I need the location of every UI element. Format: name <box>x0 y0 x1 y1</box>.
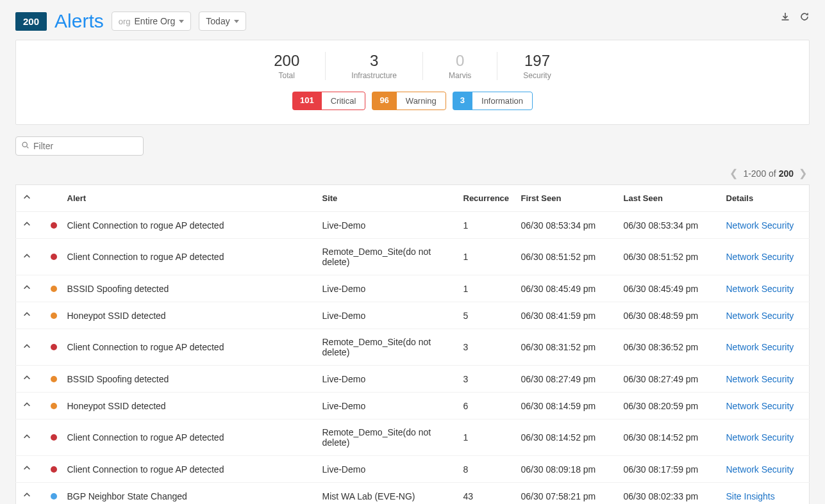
chevron-down-icon <box>179 20 184 23</box>
expand-row-icon[interactable] <box>22 283 31 292</box>
alerts-table: Alert Site Recurrence First Seen Last Se… <box>15 184 810 504</box>
severity-dot-icon <box>51 434 57 441</box>
download-icon[interactable] <box>780 12 790 24</box>
expand-row-icon[interactable] <box>22 310 31 319</box>
cell-site: Live-Demo <box>316 302 457 329</box>
cell-first-seen: 06/30 07:58:21 pm <box>515 483 617 505</box>
cell-alert: Honeypot SSID detected <box>61 393 316 419</box>
table-row: Client Connection to rogue AP detectedRe… <box>16 329 810 366</box>
expand-row-icon[interactable] <box>22 220 31 229</box>
cell-last-seen: 06/30 08:14:52 pm <box>617 419 720 456</box>
details-link[interactable]: Network Security <box>726 374 794 384</box>
pager-range-text: 1-200 of <box>743 168 778 179</box>
cell-site: Mist WA Lab (EVE-NG) <box>316 483 457 505</box>
cell-first-seen: 06/30 08:14:52 pm <box>515 419 617 456</box>
cell-first-seen: 06/30 08:51:52 pm <box>515 239 617 275</box>
cell-recurrence: 1 <box>457 275 515 302</box>
pager-total: 200 <box>779 168 794 179</box>
cell-recurrence: 1 <box>457 239 515 275</box>
stat-infrastructure-value: 3 <box>351 52 397 70</box>
stat-security[interactable]: 197 Security <box>497 52 576 80</box>
cell-last-seen: 06/30 08:20:59 pm <box>617 393 720 419</box>
details-link[interactable]: Network Security <box>726 252 794 262</box>
details-link[interactable]: Site Insights <box>726 491 775 501</box>
cell-first-seen: 06/30 08:31:52 pm <box>515 329 617 366</box>
col-details[interactable]: Details <box>720 185 810 212</box>
col-alert[interactable]: Alert <box>61 185 316 212</box>
filter-box[interactable] <box>15 136 144 156</box>
expand-row-icon[interactable] <box>22 491 31 500</box>
col-site[interactable]: Site <box>316 185 457 212</box>
cell-first-seen: 06/30 08:14:59 pm <box>515 393 617 419</box>
table-row: BGP Neighbor State ChangedMist WA Lab (E… <box>16 483 810 505</box>
cell-last-seen: 06/30 08:53:34 pm <box>617 212 720 239</box>
pager-range: 1-200 of 200 <box>743 168 794 179</box>
refresh-icon[interactable] <box>799 12 810 24</box>
expand-all-header[interactable] <box>16 185 44 212</box>
severity-warning-pill[interactable]: 96 Warning <box>372 92 446 110</box>
cell-last-seen: 06/30 08:45:49 pm <box>617 275 720 302</box>
total-count-badge: 200 <box>15 12 47 31</box>
cell-recurrence: 1 <box>457 419 515 456</box>
cell-recurrence: 5 <box>457 302 515 329</box>
expand-row-icon[interactable] <box>22 400 31 409</box>
stat-infrastructure[interactable]: 3 Infrastructure <box>326 52 423 80</box>
expand-row-icon[interactable] <box>22 373 31 382</box>
expand-row-icon[interactable] <box>22 464 31 473</box>
pager-next-icon[interactable]: ❯ <box>799 167 807 179</box>
search-icon <box>21 141 29 151</box>
table-row: BSSID Spoofing detectedLive-Demo306/30 0… <box>16 366 810 393</box>
details-link[interactable]: Network Security <box>726 432 794 443</box>
stat-total[interactable]: 200 Total <box>248 52 326 80</box>
details-link[interactable]: Network Security <box>726 464 794 475</box>
col-last-seen[interactable]: Last Seen <box>617 185 720 212</box>
org-selector-label: org <box>119 17 131 26</box>
cell-alert: BSSID Spoofing detected <box>61 366 316 393</box>
col-first-seen[interactable]: First Seen <box>515 185 617 212</box>
expand-row-icon[interactable] <box>22 252 31 261</box>
stat-security-label: Security <box>523 71 551 80</box>
table-row: Honeypot SSID detectedLive-Demo606/30 08… <box>16 393 810 419</box>
expand-row-icon[interactable] <box>22 432 31 441</box>
filter-input[interactable] <box>33 141 138 151</box>
cell-alert: Client Connection to rogue AP detected <box>61 419 316 456</box>
severity-info-label: Information <box>472 92 533 110</box>
table-row: Client Connection to rogue AP detectedRe… <box>16 419 810 456</box>
cell-recurrence: 1 <box>457 212 515 239</box>
chevron-up-icon <box>22 193 31 202</box>
details-link[interactable]: Network Security <box>726 342 794 352</box>
expand-row-icon[interactable] <box>22 342 31 351</box>
severity-info-count: 3 <box>453 92 472 110</box>
cell-first-seen: 06/30 08:45:49 pm <box>515 275 617 302</box>
cell-site: Live-Demo <box>316 456 457 483</box>
severity-critical-pill[interactable]: 101 Critical <box>292 92 365 110</box>
org-selector[interactable]: org Entire Org <box>112 12 192 31</box>
details-link[interactable]: Network Security <box>726 284 794 294</box>
cell-first-seen: 06/30 08:09:18 pm <box>515 456 617 483</box>
table-row: Client Connection to rogue AP detectedRe… <box>16 239 810 275</box>
table-row: BSSID Spoofing detectedLive-Demo106/30 0… <box>16 275 810 302</box>
chevron-down-icon <box>234 20 239 23</box>
cell-first-seen: 06/30 08:53:34 pm <box>515 212 617 239</box>
cell-last-seen: 06/30 08:27:49 pm <box>617 366 720 393</box>
cell-alert: Client Connection to rogue AP detected <box>61 456 316 483</box>
details-link[interactable]: Network Security <box>726 220 794 231</box>
cell-last-seen: 06/30 08:51:52 pm <box>617 239 720 275</box>
time-selector[interactable]: Today <box>199 12 246 31</box>
cell-alert: Client Connection to rogue AP detected <box>61 212 316 239</box>
cell-alert: BGP Neighbor State Changed <box>61 483 316 505</box>
cell-last-seen: 06/30 08:17:59 pm <box>617 456 720 483</box>
pager-prev-icon[interactable]: ❮ <box>729 167 738 179</box>
cell-first-seen: 06/30 08:41:59 pm <box>515 302 617 329</box>
details-link[interactable]: Network Security <box>726 401 794 411</box>
cell-site: Live-Demo <box>316 275 457 302</box>
cell-alert: Client Connection to rogue AP detected <box>61 239 316 275</box>
col-recurrence[interactable]: Recurrence <box>457 185 515 212</box>
details-link[interactable]: Network Security <box>726 311 794 321</box>
table-row: Honeypot SSID detectedLive-Demo506/30 08… <box>16 302 810 329</box>
cell-recurrence: 6 <box>457 393 515 419</box>
severity-info-pill[interactable]: 3 Information <box>453 92 533 110</box>
stat-marvis[interactable]: 0 Marvis <box>423 52 497 80</box>
severity-warning-count: 96 <box>372 92 396 110</box>
severity-dot-icon <box>51 466 57 473</box>
